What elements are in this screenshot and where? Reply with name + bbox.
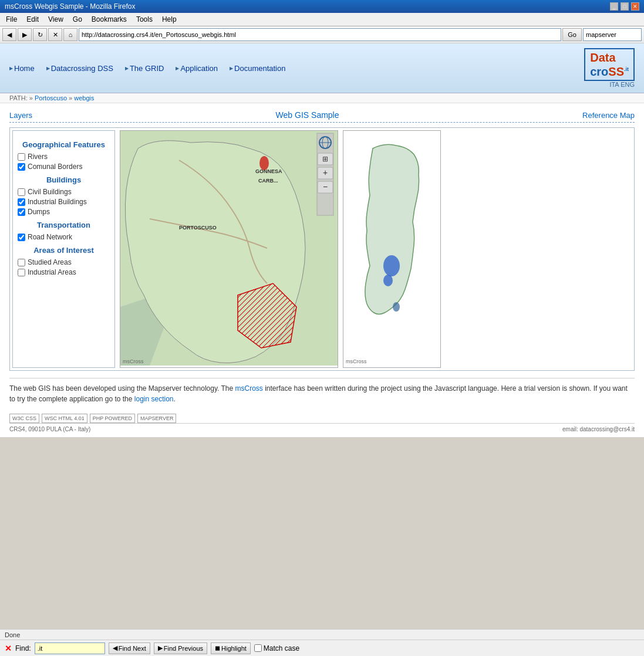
svg-point-20 — [383, 275, 393, 286]
menu-go[interactable]: Go — [69, 14, 86, 25]
comunal-borders-checkbox[interactable] — [18, 163, 25, 171]
go-button[interactable]: Go — [562, 28, 582, 41]
lang-eng[interactable]: ENG — [621, 81, 635, 88]
path-separator: » — [69, 94, 74, 102]
find-close-button[interactable]: ✕ — [5, 644, 12, 653]
section-header: Layers Web GIS Sample Reference Map — [9, 108, 635, 123]
nav-datacrossing[interactable]: Datacrossing DSS — [46, 64, 113, 73]
footer-badges: W3C CSS WSC HTML 4.01 PHP POWERED MAPSER… — [9, 414, 635, 423]
find-input[interactable] — [35, 643, 105, 654]
nav-home[interactable]: Home — [9, 64, 35, 73]
lang-ita[interactable]: ITA — [609, 81, 619, 88]
back-button[interactable]: ◀ — [2, 28, 16, 41]
search-input[interactable] — [583, 28, 642, 41]
footer-description: The web GIS has been developed using the… — [9, 378, 635, 409]
content-row: Geographical Features Rivers Comunal Bor… — [9, 127, 635, 371]
path-label: PATH: » — [9, 94, 33, 102]
menu-bookmarks[interactable]: Bookmarks — [88, 14, 130, 25]
window-title: msCross Webgis Sample - Mozilla Firefox — [5, 2, 136, 11]
layer-item-comunal-borders: Comunal Borders — [18, 163, 110, 171]
reload-button[interactable]: ↻ — [33, 28, 47, 41]
find-previous-button[interactable]: ▶ Find Previous — [154, 643, 207, 654]
svg-text:GONNESA: GONNESA — [255, 168, 282, 174]
highlight-label: Highlight — [221, 645, 247, 652]
home-button[interactable]: ⌂ — [63, 28, 77, 41]
logo-data: Data — [590, 51, 615, 64]
svg-text:−: − — [323, 182, 328, 191]
transportation-category: Transportation — [18, 221, 110, 229]
badge-php: PHP POWERED — [90, 414, 135, 423]
footer-email: email: datacrossing@crs4.it — [562, 426, 635, 432]
rivers-label: Rivers — [28, 153, 48, 161]
maximize-button[interactable]: □ — [621, 2, 629, 11]
menu-file[interactable]: File — [2, 14, 21, 25]
path-portoscuso[interactable]: Portoscuso — [35, 94, 67, 102]
road-network-checkbox[interactable] — [18, 234, 25, 241]
site-logo: Data croSS.it — [584, 48, 635, 81]
highlight-button[interactable]: ◼ Highlight — [211, 643, 251, 654]
badge-mapserver: MAPSERVER — [137, 414, 176, 423]
svg-text:msCross: msCross — [346, 359, 367, 364]
mscross-link[interactable]: msCross — [235, 384, 262, 393]
dumps-checkbox[interactable] — [18, 208, 25, 216]
map-title: Web GIS Sample — [32, 110, 582, 120]
nav-application[interactable]: Application — [176, 64, 218, 73]
match-case-text: Match case — [264, 644, 299, 652]
road-network-label: Road Network — [28, 233, 72, 241]
svg-point-21 — [393, 302, 400, 312]
layers-title: Layers — [9, 111, 32, 120]
breadcrumb: PATH: » Portoscuso » webgis — [0, 93, 644, 103]
find-label: Find: — [15, 644, 31, 652]
main-map-svg: GONNESA CARB... PORTOSCUSO ⊞ + − — [120, 131, 338, 366]
find-next-button[interactable]: ◀ Find Next — [109, 643, 150, 654]
close-button[interactable]: ✕ — [631, 2, 639, 11]
find-previous-label: Find Previous — [164, 645, 203, 652]
badge-html: WSC HTML 4.01 — [42, 414, 87, 423]
svg-text:CARB...: CARB... — [258, 178, 278, 184]
studied-areas-label: Studied Areas — [28, 258, 72, 266]
nav-grid[interactable]: The GRID — [125, 64, 164, 73]
layer-item-road-network: Road Network — [18, 233, 110, 241]
forward-button[interactable]: ▶ — [18, 28, 32, 41]
menu-view[interactable]: View — [45, 14, 67, 25]
layer-item-industrial-areas: Industrial Areas — [18, 268, 110, 276]
reference-map-container: msCross — [343, 130, 441, 368]
match-case-checkbox[interactable] — [254, 644, 262, 652]
menu-edit[interactable]: Edit — [23, 14, 42, 25]
industrial-areas-checkbox[interactable] — [18, 269, 25, 276]
civil-buildings-checkbox[interactable] — [18, 188, 25, 196]
industrial-areas-label: Industrial Areas — [28, 268, 76, 276]
minimize-button[interactable]: _ — [610, 2, 618, 11]
svg-point-19 — [383, 255, 400, 276]
buildings-category: Buildings — [18, 175, 110, 184]
studied-areas-checkbox[interactable] — [18, 259, 25, 266]
main-map-container[interactable]: GONNESA CARB... PORTOSCUSO ⊞ + − — [120, 130, 338, 368]
layer-item-rivers: Rivers — [18, 153, 110, 161]
footer-info: CRS4, 09010 PULA (CA - Italy) email: dat… — [9, 423, 635, 432]
industrial-buildings-checkbox[interactable] — [18, 198, 25, 206]
svg-text:PORTOSCUSO: PORTOSCUSO — [179, 225, 217, 231]
layer-item-dumps: Dumps — [18, 208, 110, 216]
logo-area: Data croSS.it ITA ENG — [584, 48, 635, 88]
menu-help[interactable]: Help — [159, 14, 180, 25]
reference-map-title: Reference Map — [582, 111, 635, 120]
footer-text3: . — [174, 395, 176, 403]
rivers-checkbox[interactable] — [18, 153, 25, 161]
stop-button[interactable]: ✕ — [48, 28, 62, 41]
areas-category: Areas of Interest — [18, 246, 110, 255]
login-link[interactable]: login section — [134, 395, 174, 403]
nav-documentation[interactable]: Documentation — [230, 64, 285, 73]
comunal-borders-label: Comunal Borders — [28, 163, 82, 171]
civil-buildings-label: Civil Buildings — [28, 188, 72, 196]
svg-text:⊞: ⊞ — [322, 155, 328, 163]
footer-text1: The web GIS has been developed using the… — [9, 384, 235, 393]
address-input[interactable] — [79, 28, 561, 41]
path-webgis[interactable]: webgis — [74, 94, 94, 102]
menu-tools[interactable]: Tools — [133, 14, 156, 25]
window-controls[interactable]: _ □ ✕ — [610, 2, 639, 11]
badge-w3c-css: W3C CSS — [9, 414, 39, 423]
svg-text:+: + — [323, 168, 328, 177]
find-bar: ✕ Find: ◀ Find Next ▶ Find Previous ◼ Hi… — [0, 640, 644, 656]
match-case-label: Match case — [254, 644, 299, 652]
find-previous-icon: ▶ — [158, 644, 163, 652]
